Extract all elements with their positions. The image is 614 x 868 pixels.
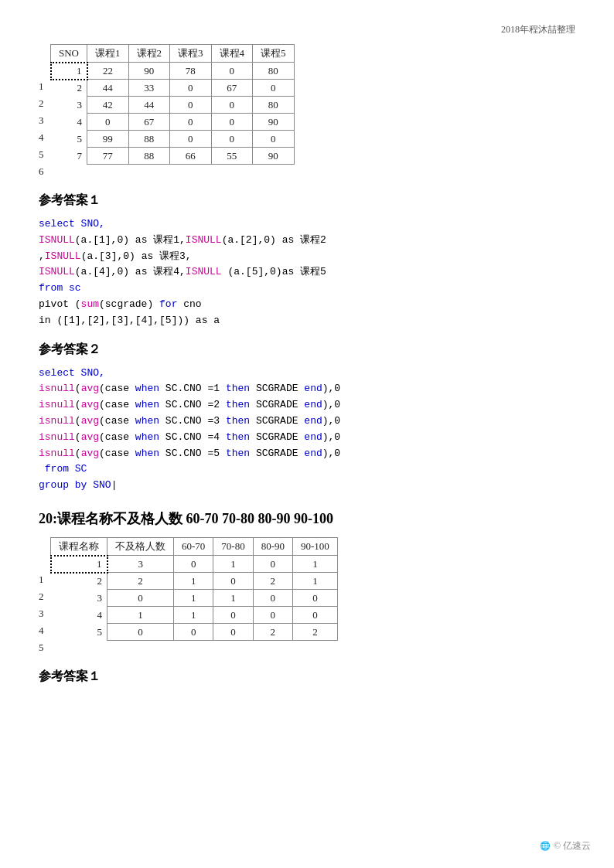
table2-cell: 1 <box>174 573 213 590</box>
col-kc2: 课程2 <box>128 45 170 63</box>
table1-cell: 42 <box>87 97 129 114</box>
table2-row: 500022 <box>51 624 338 641</box>
table1-cell: 0 <box>211 97 253 114</box>
section2-title: 参考答案２ <box>39 342 575 358</box>
table1-cell: 0 <box>211 131 253 148</box>
table2-cell: 0 <box>213 607 253 624</box>
table2-cell: 2 <box>107 573 174 590</box>
section4-title: 参考答案１ <box>39 669 575 685</box>
table1-cell: 22 <box>87 63 129 80</box>
code1-block: select SNO, ISNULL(a.[1],0) as 课程1,ISNUL… <box>39 216 575 329</box>
table2-cell: 0 <box>213 624 253 641</box>
table1-cell: 0 <box>211 63 253 80</box>
table1-cell: 44 <box>87 80 129 97</box>
col-kc4: 课程4 <box>211 45 253 63</box>
table1-cell: 33 <box>128 80 170 97</box>
table1-cell: 67 <box>211 80 253 97</box>
table1-cell: 7 <box>51 148 87 165</box>
col-bjgrs: 不及格人数 <box>107 537 174 556</box>
table1-row: 342440080 <box>51 97 295 114</box>
table2-cell: 0 <box>107 624 174 641</box>
table1-cell: 99 <box>87 131 129 148</box>
table2-row: 130101 <box>51 556 338 573</box>
table2-cell: 3 <box>51 590 107 607</box>
col-kc5: 课程5 <box>253 45 295 63</box>
table2-cell: 0 <box>293 590 338 607</box>
table2-cell: 1 <box>174 607 213 624</box>
table2-header-row: 课程名称 不及格人数 60-70 70-80 80-90 90-100 <box>51 537 338 556</box>
code2-block: select SNO, isnull(avg(case when SC.CNO … <box>39 366 575 494</box>
table1-cell: 0 <box>87 114 129 131</box>
col-6070: 60-70 <box>174 537 213 556</box>
col-7080: 70-80 <box>213 537 253 556</box>
table1-cell: 78 <box>170 63 212 80</box>
col-kcmc: 课程名称 <box>51 537 107 556</box>
table2-cell: 1 <box>51 556 107 573</box>
table1-cell: 4 <box>51 114 87 131</box>
table2-cell: 3 <box>107 556 174 573</box>
table1-cell: 0 <box>170 80 212 97</box>
table2-cell: 1 <box>107 607 174 624</box>
table2-cell: 1 <box>293 556 338 573</box>
header-title: 2018年程沐喆整理 <box>39 23 575 36</box>
footer: 🌐 © 亿速云 <box>540 839 591 853</box>
table1-cell: 80 <box>253 97 295 114</box>
table2-row-numbers: 1 2 3 4 5 <box>39 537 47 656</box>
table1-cell: 90 <box>253 114 295 131</box>
table2-row: 301100 <box>51 590 338 607</box>
table1-cell: 5 <box>51 131 87 148</box>
table2-cell: 2 <box>253 624 292 641</box>
table1-cell: 44 <box>128 97 170 114</box>
table2-cell: 5 <box>51 624 107 641</box>
table2-cell: 2 <box>253 573 292 590</box>
table2-cell: 0 <box>174 556 213 573</box>
table1-cell: 0 <box>253 131 295 148</box>
table2-row: 221021 <box>51 573 338 590</box>
table2-cell: 0 <box>213 573 253 590</box>
table1-cell: 66 <box>170 148 212 165</box>
table2-wrapper: 1 2 3 4 5 课程名称 不及格人数 60-70 70-80 80-90 9… <box>39 537 575 656</box>
table1-cell: 80 <box>253 63 295 80</box>
table2: 课程名称 不及格人数 60-70 70-80 80-90 90-100 1301… <box>50 537 338 642</box>
table2-cell: 0 <box>107 590 174 607</box>
table1-cell: 90 <box>253 148 295 165</box>
table2-cell: 0 <box>253 590 292 607</box>
table2-cell: 0 <box>253 556 292 573</box>
col-sno: SNO <box>51 45 87 63</box>
table1-row: 59988000 <box>51 131 295 148</box>
table1-cell: 0 <box>170 131 212 148</box>
table1-cell: 77 <box>87 148 129 165</box>
col-8090: 80-90 <box>253 537 292 556</box>
table2-cell: 2 <box>293 624 338 641</box>
table1-cell: 1 <box>51 63 87 80</box>
section3-title: 20:课程名称不及格人数 60-70 70-80 80-90 90-100 <box>39 509 575 528</box>
table1-row: 40670090 <box>51 114 295 131</box>
table1-cell: 88 <box>128 148 170 165</box>
table1-row-numbers: 1 2 3 4 5 6 <box>39 44 47 180</box>
table2-cell: 1 <box>174 590 213 607</box>
table1-row: 1229078080 <box>51 63 295 80</box>
table2-cell: 0 <box>253 607 292 624</box>
footer-text: © 亿速云 <box>554 839 591 853</box>
table1-cell: 3 <box>51 97 87 114</box>
table1: SNO 课程1 课程2 课程3 课程4 课程5 1229078080244330… <box>50 44 295 165</box>
footer-logo-icon: 🌐 <box>540 841 551 851</box>
table2-cell: 0 <box>293 607 338 624</box>
page: 2018年程沐喆整理 1 2 3 4 5 6 SNO 课程1 课程2 课程3 课… <box>0 0 614 739</box>
table1-cell: 55 <box>211 148 253 165</box>
table1-header-row: SNO 课程1 课程2 课程3 课程4 课程5 <box>51 45 295 63</box>
table2-cell: 1 <box>213 590 253 607</box>
table1-cell: 90 <box>128 63 170 80</box>
table2-cell: 1 <box>213 556 253 573</box>
table2-row: 411000 <box>51 607 338 624</box>
table2-cell: 4 <box>51 607 107 624</box>
table2-cell: 2 <box>51 573 107 590</box>
table1-cell: 0 <box>170 114 212 131</box>
table2-cell: 0 <box>174 624 213 641</box>
col-kc1: 课程1 <box>87 45 129 63</box>
table1-cell: 0 <box>253 80 295 97</box>
table1-row: 77788665590 <box>51 148 295 165</box>
table2-cell: 1 <box>293 573 338 590</box>
table1-cell: 2 <box>51 80 87 97</box>
col-kc3: 课程3 <box>170 45 212 63</box>
